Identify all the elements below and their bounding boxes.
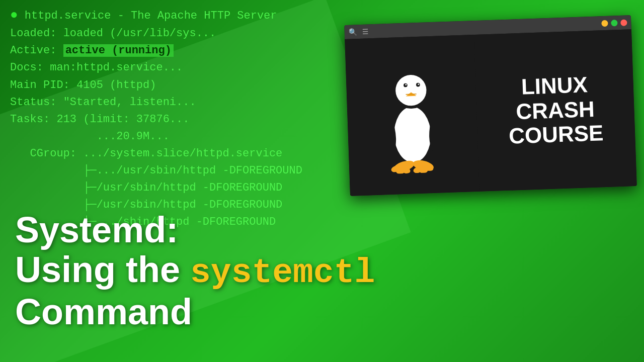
overlay-line-1: Systemd: — [15, 210, 375, 250]
terminal-status-label: Status: — [10, 96, 63, 109]
terminal-docs-label: Docs: — [10, 61, 50, 74]
terminal-pid-label: Main PID: — [10, 79, 76, 92]
overlay-line-2: Using the systemctl — [15, 250, 375, 292]
terminal-service-name: httpd.service - The Apache HTTP Server — [25, 10, 277, 22]
svg-line-11 — [406, 94, 417, 95]
overlay-line-2-prefix: Using the — [15, 249, 190, 290]
close-button[interactable] — [620, 19, 627, 26]
overlay-systemctl-word: systemctl — [190, 253, 375, 292]
tux-penguin — [360, 56, 464, 175]
course-title-line2: CRASH — [508, 97, 603, 124]
green-dot: ● — [10, 8, 18, 23]
terminal-active-label: Active: — [10, 44, 63, 57]
terminal-tasks-label: Tasks: — [10, 113, 56, 126]
terminal-loaded-label: Loaded: — [10, 27, 63, 40]
maximize-button[interactable] — [611, 20, 617, 26]
tux-container — [345, 35, 479, 196]
terminal-pid-value: 4105 (httpd) — [76, 79, 156, 92]
minimize-button[interactable] — [601, 20, 608, 26]
window-content: LINUX CRASH COURSE — [345, 29, 637, 196]
course-title: LINUX CRASH COURSE — [507, 72, 604, 149]
window-left-actions: 🔍 ☰ — [348, 27, 369, 36]
window-panel: 🔍 ☰ — [344, 15, 637, 196]
window-controls — [601, 19, 627, 27]
terminal-status-value: "Started, listeni... — [63, 96, 196, 109]
course-title-line3: COURSE — [508, 121, 604, 148]
course-title-container: LINUX CRASH COURSE — [474, 29, 637, 192]
course-title-line1: LINUX — [507, 72, 602, 100]
terminal-tasks-value: 213 (limit: 37876... — [56, 113, 189, 126]
terminal-docs-value: man:httpd.service... — [50, 61, 183, 74]
overlay-text-container: Systemd: Using the systemctl Command — [15, 210, 375, 332]
terminal-active-value: active (running) — [63, 44, 174, 57]
overlay-line-3: Command — [15, 292, 375, 332]
terminal-loaded-value: loaded (/usr/lib/sys... — [63, 27, 216, 40]
search-icon[interactable]: 🔍 — [348, 28, 357, 37]
menu-icon[interactable]: ☰ — [362, 27, 369, 36]
